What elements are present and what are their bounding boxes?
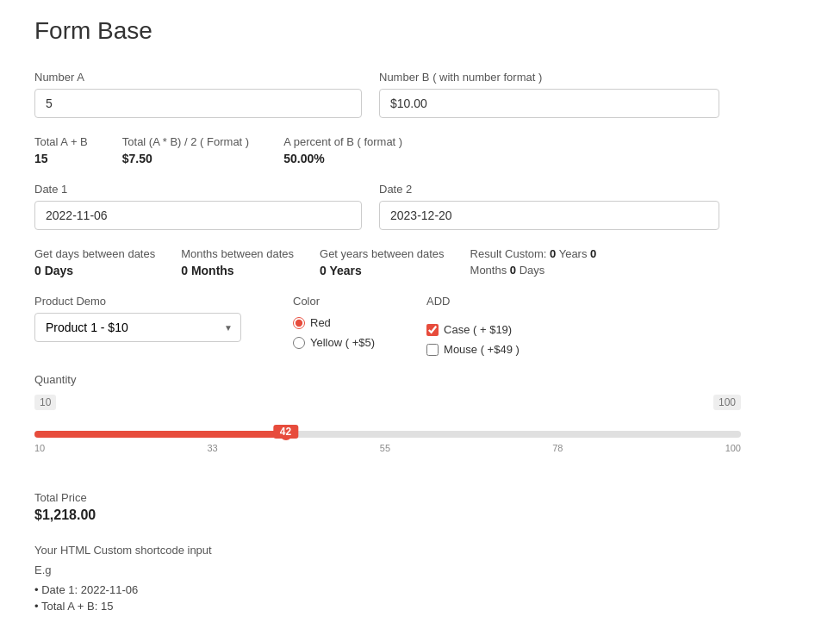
years-between-field: Get years between dates 0 Years [320,247,445,277]
custom-html-eg: E.g [34,563,806,576]
color-yellow-option[interactable]: Yellow ( +$5) [293,336,375,349]
slider-track [34,431,741,438]
number-b-input[interactable] [379,89,719,118]
number-a-field: Number A [34,71,362,118]
add-case-label: Case ( + $19) [444,323,512,336]
slider-visual: 42 10 33 55 78 100 [34,431,741,453]
result-custom-days-row: Months 0 Days [470,264,597,277]
percent-b-field: A percent of B ( format ) 50.00% [283,135,402,165]
add-field: ADD Case ( + $19) Mouse ( +$49 ) [426,295,520,356]
add-mouse-checkbox[interactable] [426,344,439,356]
page-title: Form Base [34,17,806,45]
number-a-label: Number A [34,71,362,84]
color-red-option[interactable]: Red [293,316,375,329]
quantity-section: Quantity 10 100 42 10 33 55 78 100 [34,373,806,470]
slider-fill [34,431,286,438]
color-label: Color [293,295,375,308]
months-between-field: Months between dates 0 Months [181,247,294,277]
add-mouse-label: Mouse ( +$49 ) [444,343,520,356]
total-ab-half-label: Total (A * B) / 2 ( Format ) [122,135,249,148]
date2-field: Date 2 [379,183,719,230]
color-yellow-label: Yellow ( +$5) [310,336,375,349]
tick-55: 55 [380,443,390,453]
slider-ticks: 10 33 55 78 100 [34,443,741,453]
bullet-item-total: Total A + B: 15 [34,598,806,614]
add-case-checkbox[interactable] [426,324,439,336]
date1-field: Date 1 [34,183,362,230]
date2-label: Date 2 [379,183,719,196]
add-checkbox-group: Case ( + $19) Mouse ( +$49 ) [426,323,520,356]
number-a-input[interactable] [34,89,362,118]
dates-row: Date 1 Date 2 [34,183,806,230]
custom-html-label: Your HTML Custom shortcode input [34,544,806,557]
slider-tooltip-value: 42 [273,425,298,439]
days-between-label: Get days between dates [34,247,155,260]
add-mouse-option[interactable]: Mouse ( +$49 ) [426,343,520,356]
color-radio-group: Red Yellow ( +$5) [293,316,375,349]
percent-b-value: 50.00% [283,152,402,165]
computed-row: Total A + B 15 Total (A * B) / 2 ( Forma… [34,135,806,165]
total-ab-label: Total A + B [34,135,88,148]
color-field: Color Red Yellow ( +$5) [293,295,375,349]
tick-78: 78 [552,443,563,453]
options-row: Product Demo Product 1 - $10 Product 2 -… [34,295,806,356]
slider-container: 10 100 42 10 33 55 78 100 [34,395,741,470]
result-custom-years: 0 [550,247,556,260]
product-demo-field: Product Demo Product 1 - $10 Product 2 -… [34,295,241,342]
number-inputs-row: Number A Number B ( with number format ) [34,71,806,118]
quantity-label: Quantity [34,373,806,386]
days-between-value: 0 Days [34,264,155,277]
product-demo-label: Product Demo [34,295,241,308]
tick-33: 33 [207,443,217,453]
years-between-label: Get years between dates [320,247,445,260]
result-custom-field: Result Custom: 0 Years 0 Months 0 Days [470,247,597,277]
custom-html-section: Your HTML Custom shortcode input E.g Dat… [34,544,806,614]
slider-min-label: 10 [34,395,56,410]
months-between-label: Months between dates [181,247,294,260]
years-between-value: 0 Years [320,264,445,277]
slider-max-label: 100 [713,395,741,410]
bullet-item-date: Date 1: 2022-11-06 [34,582,806,598]
tick-100: 100 [725,443,741,453]
days-between-field: Get days between dates 0 Days [34,247,155,277]
date-computed-row: Get days between dates 0 Days Months bet… [34,247,806,277]
custom-html-content: E.g Date 1: 2022-11-06 Total A + B: 15 [34,563,806,614]
total-ab-value: 15 [34,152,88,165]
color-yellow-radio[interactable] [293,337,305,349]
total-ab-half-value: $7.50 [122,152,249,165]
product-select[interactable]: Product 1 - $10 Product 2 - $20 Product … [34,313,241,342]
result-custom-months: 0 [590,247,596,260]
months-between-value: 0 Months [181,264,294,277]
number-b-field: Number B ( with number format ) [379,71,719,118]
total-price-label: Total Price [34,491,806,504]
tick-10: 10 [34,443,45,453]
result-custom-days: 0 [510,264,516,277]
number-b-label: Number B ( with number format ) [379,71,719,84]
color-red-label: Red [310,316,331,329]
date1-label: Date 1 [34,183,362,196]
total-ab-half-field: Total (A * B) / 2 ( Format ) $7.50 [122,135,249,165]
color-red-radio[interactable] [293,317,305,329]
total-price-section: Total Price $1,218.00 [34,491,806,523]
date1-input[interactable] [34,201,362,230]
add-case-option[interactable]: Case ( + $19) [426,323,520,336]
result-custom-label: Result Custom: 0 Years 0 [470,247,597,260]
total-price-value: $1,218.00 [34,507,806,523]
product-select-wrapper: Product 1 - $10 Product 2 - $20 Product … [34,313,241,342]
slider-header: 10 100 [34,395,741,410]
date2-input[interactable] [379,201,719,230]
slider-tooltip-wrapper: 42 [273,424,298,439]
percent-b-label: A percent of B ( format ) [283,135,402,148]
add-label: ADD [426,295,520,308]
bullet-list: Date 1: 2022-11-06 Total A + B: 15 [34,582,806,614]
total-ab-field: Total A + B 15 [34,135,88,165]
